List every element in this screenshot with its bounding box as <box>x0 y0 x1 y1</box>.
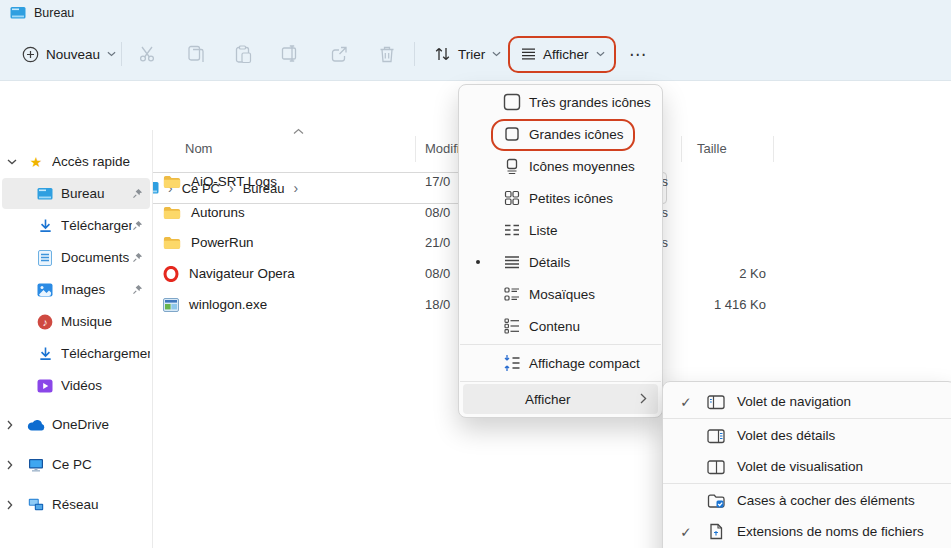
submenu-item-label: Cases à cocher des éléments <box>737 493 915 508</box>
menu-item-label: Petites icônes <box>529 191 613 206</box>
submenu-item-label: Extensions de noms de fichiers <box>737 524 924 539</box>
column-header-name[interactable]: Nom <box>185 141 212 156</box>
column-header-size[interactable]: Taille <box>697 141 727 156</box>
sidebar-item-label: Téléchargements <box>61 218 132 233</box>
plus-circle-icon <box>22 46 39 63</box>
cut-button[interactable] <box>138 45 158 63</box>
application-icon <box>163 298 179 312</box>
selected-bullet-icon <box>476 260 480 264</box>
file-size: 1 416 Ko <box>666 297 766 312</box>
tab-label: Bureau <box>34 6 74 20</box>
file-row[interactable]: Autoruns <box>163 197 245 228</box>
file-row[interactable]: PowerRun <box>163 227 254 258</box>
cut-icon <box>138 45 158 63</box>
submenu-item-details-pane[interactable]: Volet des détails <box>663 420 951 451</box>
collapse-chevron-icon[interactable] <box>2 500 27 510</box>
pin-icon <box>132 220 143 231</box>
view-menu: Très grandes icônes Grandes icônes Icône… <box>458 84 663 418</box>
sidebar-item-quick-access[interactable]: ★ Accès rapide <box>2 146 150 177</box>
file-name: AiO-SRT Logs <box>191 174 277 189</box>
sidebar-item-videos[interactable]: Vidéos <box>2 370 150 401</box>
column-divider[interactable] <box>681 136 682 162</box>
submenu-item-label: Volet des détails <box>737 428 835 443</box>
file-row[interactable]: AiO-SRT Logs <box>163 166 277 197</box>
file-row[interactable]: Navigateur Opera <box>163 258 295 289</box>
submenu-item-item-checkboxes[interactable]: Cases à cocher des éléments <box>663 485 951 516</box>
sidebar-item-label: Musique <box>61 314 112 329</box>
explorer-tab[interactable]: Bureau <box>10 6 74 20</box>
file-row[interactable]: winlogon.exe <box>163 289 267 320</box>
menu-item-medium-icons[interactable]: Icônes moyennes <box>459 150 662 182</box>
document-icon <box>36 250 54 266</box>
svg-text:♪: ♪ <box>42 315 47 327</box>
menu-item-tiles[interactable]: Mosaïques <box>459 278 662 310</box>
pin-icon <box>132 188 143 199</box>
share-icon <box>330 45 349 63</box>
file-name: Navigateur Opera <box>189 266 295 281</box>
more-options-button[interactable]: ⋯ <box>629 37 647 71</box>
sidebar-item-label: Accès rapide <box>52 154 130 169</box>
menu-item-small-icons[interactable]: Petites icônes <box>459 182 662 214</box>
submenu-item-file-extensions[interactable]: ✓ Extensions de noms de fichiers <box>663 516 951 547</box>
paste-button[interactable] <box>234 45 253 64</box>
collapse-chevron-icon[interactable] <box>2 420 27 430</box>
preview-pane-icon <box>707 458 725 476</box>
column-divider[interactable] <box>415 136 416 162</box>
sidebar-item-documents[interactable]: Documents <box>2 242 150 273</box>
sort-ascending-icon[interactable] <box>293 128 304 135</box>
menu-item-label: Grandes icônes <box>529 127 624 142</box>
sidebar-item-label: Bureau <box>61 186 105 201</box>
content-icon <box>503 317 521 335</box>
submenu-item-preview-pane[interactable]: Volet de visualisation <box>663 451 951 482</box>
download-icon <box>36 346 54 361</box>
view-button[interactable]: Afficher <box>521 37 605 71</box>
sort-button-label: Trier <box>458 47 485 62</box>
ellipsis-icon: ⋯ <box>629 44 647 65</box>
submenu-item-navigation-pane[interactable]: ✓ Volet de navigation <box>663 386 951 417</box>
sidebar-item-desktop[interactable]: Bureau <box>2 178 150 209</box>
toolbar-divider <box>121 42 122 66</box>
menu-item-label: Afficher <box>525 392 571 407</box>
sidebar-item-label: Vidéos <box>61 378 102 393</box>
menu-item-details[interactable]: Détails <box>459 246 662 278</box>
expand-chevron-icon[interactable] <box>2 159 27 165</box>
menu-item-compact-view[interactable]: Affichage compact <box>459 347 662 379</box>
folder-icon <box>163 205 181 220</box>
sidebar-item-network[interactable]: Réseau <box>2 489 150 520</box>
view-button-label: Afficher <box>543 47 589 62</box>
menu-item-show[interactable]: Afficher <box>463 384 658 414</box>
sidebar-item-downloads[interactable]: Téléchargements <box>2 338 150 369</box>
file-extensions-icon <box>707 523 725 541</box>
copy-button[interactable] <box>187 45 205 64</box>
pictures-icon <box>36 283 54 297</box>
sidebar-item-this-pc[interactable]: Ce PC <box>2 449 150 480</box>
menu-item-list[interactable]: Liste <box>459 214 662 246</box>
sort-button[interactable]: Trier <box>434 37 501 71</box>
sidebar-item-downloads-pinned[interactable]: Téléchargements <box>2 210 150 241</box>
menu-item-large-icons[interactable]: Grandes icônes <box>459 118 662 150</box>
tiles-icon <box>503 285 521 303</box>
rename-button[interactable] <box>281 45 301 62</box>
file-date: 08/0 <box>425 266 450 281</box>
new-button[interactable]: Nouveau <box>22 37 116 71</box>
file-size: 2 Ko <box>666 266 766 281</box>
menu-item-extra-large-icons[interactable]: Très grandes icônes <box>459 86 662 118</box>
paste-icon <box>234 45 253 64</box>
delete-button[interactable] <box>378 45 396 64</box>
sidebar-item-music[interactable]: ♪ Musique <box>2 306 150 337</box>
chevron-down-icon <box>492 51 501 57</box>
share-button[interactable] <box>330 45 349 63</box>
file-name: winlogon.exe <box>189 297 267 312</box>
sidebar-item-label: Téléchargements <box>61 346 150 361</box>
show-submenu: ✓ Volet de navigation Volet des détails … <box>662 381 951 548</box>
sidebar-item-pictures[interactable]: Images <box>2 274 150 305</box>
menu-item-label: Détails <box>529 255 570 270</box>
list-icon <box>503 221 521 239</box>
collapse-chevron-icon[interactable] <box>2 460 27 470</box>
compact-view-icon <box>503 354 521 372</box>
file-date: 17/0 <box>425 174 450 189</box>
toolbar-divider <box>414 42 415 66</box>
sidebar-item-onedrive[interactable]: OneDrive <box>2 409 150 440</box>
menu-item-content[interactable]: Contenu <box>459 310 662 342</box>
column-divider[interactable] <box>773 136 774 162</box>
